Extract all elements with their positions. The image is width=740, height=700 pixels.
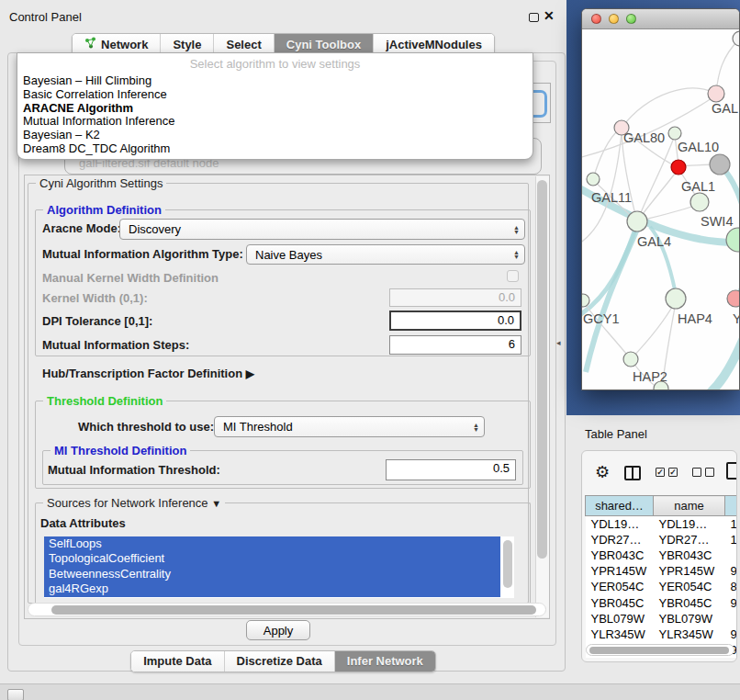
table-cell[interactable]: YBR043C — [586, 548, 654, 563]
table-cell[interactable]: YPR145W — [654, 563, 725, 579]
mi-type-combo[interactable]: Naive Bayes ▲▼ — [246, 244, 525, 265]
table-cell[interactable]: YDL19… — [586, 516, 654, 532]
network-edge[interactable] — [716, 39, 740, 93]
attribute-item[interactable]: SelfLoops — [44, 536, 500, 551]
attribute-item[interactable]: BetweennessCentrality — [44, 567, 500, 581]
kernel-width-input[interactable]: 0.0 — [389, 288, 521, 307]
node-attribute-table[interactable]: shared…name YDL19…YDL19…13YDR27…YDR27…12… — [585, 495, 737, 658]
algorithm-option[interactable]: Dream8 DC_TDC Algorithm — [17, 142, 533, 156]
close-traffic-light-icon[interactable] — [591, 14, 601, 24]
column-header[interactable]: name — [654, 496, 725, 516]
splitpane-collapse-icon[interactable]: ◂ — [556, 338, 561, 347]
table-cell[interactable]: YPR145W — [586, 563, 654, 579]
aracne-mode-combo[interactable]: Discovery ▲▼ — [119, 219, 525, 240]
table-row[interactable]: YBL079WYBL079W — [586, 611, 738, 627]
close-icon[interactable]: ✕ — [544, 8, 555, 23]
settings-hscrollbar-thumb[interactable] — [51, 605, 536, 615]
network-edge[interactable] — [622, 88, 716, 128]
network-node[interactable] — [623, 352, 638, 367]
attribute-item[interactable]: TopologicalCoefficient — [44, 551, 500, 566]
table-cell[interactable]: 9. — [725, 563, 738, 579]
zoom-traffic-light-icon[interactable] — [626, 14, 636, 24]
network-node[interactable] — [668, 127, 681, 140]
minimize-traffic-light-icon[interactable] — [609, 14, 619, 24]
hub-definition-toggle[interactable]: Hub/Transcription Factor Definition ▶ — [42, 367, 254, 380]
apply-button[interactable]: Apply — [246, 620, 310, 640]
document-icon[interactable] — [726, 462, 737, 480]
table-hscrollbar-thumb[interactable] — [589, 647, 729, 654]
table-cell[interactable] — [725, 611, 738, 627]
column-header[interactable]: shared… — [586, 496, 654, 516]
tab-discretize-data[interactable]: Discretize Data — [225, 651, 335, 672]
table-cell[interactable]: YER054C — [654, 579, 725, 594]
table-header-row[interactable]: shared…name — [586, 496, 738, 516]
attributes-vscrollbar-thumb[interactable] — [503, 540, 512, 588]
network-node[interactable] — [671, 160, 686, 175]
table-row[interactable]: YPR145WYPR145W9. — [586, 563, 738, 579]
gear-icon[interactable]: ⚙ — [595, 464, 610, 480]
table-cell[interactable]: 9. — [725, 627, 738, 642]
sources-toggle[interactable]: Sources for Network Inference ▼ — [43, 496, 225, 510]
network-canvas[interactable]: GALGAL80GAL10GAL1GAL11SWI4GAL4GCY1HAP4YH… — [582, 30, 740, 390]
network-node[interactable] — [666, 288, 686, 309]
network-node[interactable] — [627, 211, 647, 231]
which-threshold-combo[interactable]: MI Threshold ▲▼ — [214, 416, 485, 437]
network-edge[interactable] — [631, 302, 675, 359]
algorithm-option[interactable]: Bayesian – K2 — [17, 129, 533, 142]
checked-checkbox-icon[interactable]: ✓ — [668, 468, 678, 477]
manual-kernel-checkbox[interactable] — [507, 270, 519, 282]
settings-hscrollbar[interactable] — [28, 603, 546, 616]
network-node[interactable] — [708, 85, 724, 102]
table-row[interactable]: YLR345WYLR345W9. — [586, 627, 738, 642]
algorithm-option[interactable]: Basic Correlation Inference — [17, 88, 533, 102]
network-edge[interactable] — [700, 322, 740, 390]
table-row[interactable]: YDL19…YDL19…13 — [586, 516, 738, 532]
table-cell[interactable] — [725, 548, 738, 563]
network-node[interactable] — [690, 193, 709, 211]
data-attributes-list[interactable]: SelfLoopsTopologicalCoefficientBetweenne… — [44, 536, 514, 598]
tab-infer-network[interactable]: Infer Network — [335, 651, 435, 672]
table-cell[interactable]: YDR27… — [654, 532, 725, 548]
table-row[interactable]: YER054CYER054C8. — [586, 579, 738, 594]
network-node[interactable] — [710, 154, 730, 175]
network-window-titlebar[interactable] — [582, 9, 739, 29]
unchecked-checkbox-icon[interactable] — [705, 468, 714, 477]
table-cell[interactable]: 8. — [725, 579, 738, 594]
unchecked-checkbox-icon[interactable] — [692, 468, 701, 477]
table-cell[interactable]: YLR345W — [586, 627, 654, 642]
mi-steps-input[interactable]: 6 — [389, 335, 521, 355]
mi-threshold-input[interactable]: 0.5 — [386, 459, 516, 480]
network-edge[interactable] — [637, 135, 675, 221]
table-row[interactable]: YDR27…YDR27…12 — [586, 532, 738, 548]
table-row[interactable]: YBR045CYBR045C9. — [586, 594, 738, 610]
table-hscrollbar[interactable] — [586, 644, 734, 656]
table-cell[interactable]: YBR045C — [654, 594, 725, 610]
column-header[interactable] — [725, 496, 738, 516]
table-cell[interactable]: YDL19… — [654, 516, 725, 532]
dpi-tolerance-input[interactable]: 0.0 — [389, 310, 521, 331]
float-window-icon[interactable] — [529, 13, 539, 22]
tab-impute-data[interactable]: Impute Data — [131, 651, 224, 672]
network-node[interactable] — [587, 173, 600, 186]
table-cell[interactable]: YER054C — [586, 579, 654, 594]
network-node[interactable] — [582, 294, 589, 307]
split-columns-icon[interactable] — [624, 466, 641, 480]
algorithm-option[interactable]: ARACNE Algorithm — [17, 102, 533, 116]
table-cell[interactable]: YBL079W — [586, 611, 654, 627]
table-cell[interactable]: YBR043C — [654, 548, 725, 563]
algorithm-option[interactable]: Bayesian – Hill Climbing — [17, 74, 533, 88]
checked-checkbox-icon[interactable]: ✓ — [656, 468, 665, 477]
table-cell[interactable]: 13 — [725, 516, 738, 532]
table-cell[interactable]: 12 — [725, 532, 738, 548]
table-row[interactable]: YBR043CYBR043C — [586, 548, 738, 563]
table-cell[interactable]: YBL079W — [654, 611, 725, 627]
network-node[interactable] — [733, 31, 740, 46]
algorithm-option[interactable]: Mutual Information Inference — [17, 115, 533, 129]
network-window[interactable]: GALGAL80GAL10GAL1GAL11SWI4GAL4GCY1HAP4YH… — [581, 8, 740, 390]
corner-widget-icon[interactable] — [7, 689, 24, 700]
table-cell[interactable]: YBR045C — [586, 594, 654, 610]
network-node[interactable] — [727, 290, 740, 307]
attribute-item[interactable]: gal4RGexp — [44, 581, 500, 596]
settings-vscrollbar-thumb[interactable] — [537, 180, 547, 559]
table-cell[interactable]: YDR27… — [586, 532, 654, 548]
